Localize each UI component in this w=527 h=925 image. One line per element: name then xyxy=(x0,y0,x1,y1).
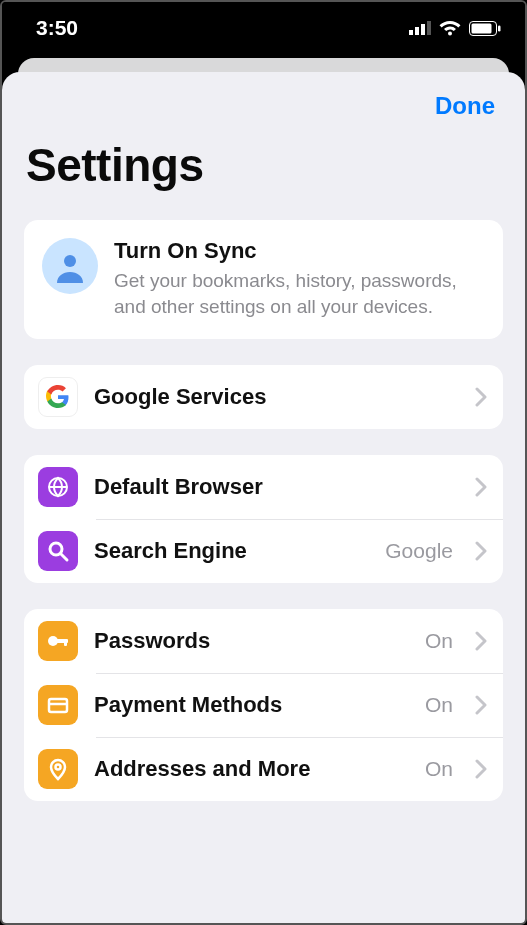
chevron-right-icon xyxy=(475,541,487,561)
card-icon xyxy=(38,685,78,725)
addresses-row[interactable]: Addresses and More On xyxy=(24,737,503,801)
status-bar: 3:50 xyxy=(2,2,525,54)
svg-point-7 xyxy=(64,255,76,267)
payment-methods-value: On xyxy=(425,693,453,717)
addresses-label: Addresses and More xyxy=(94,756,409,782)
svg-point-16 xyxy=(56,765,61,770)
status-indicators xyxy=(409,20,501,36)
page-title: Settings xyxy=(26,138,501,192)
sync-group: Turn On Sync Get your bookmarks, history… xyxy=(24,220,503,339)
svg-rect-0 xyxy=(409,30,413,35)
search-icon xyxy=(38,531,78,571)
svg-rect-3 xyxy=(427,21,431,35)
passwords-label: Passwords xyxy=(94,628,409,654)
autofill-group: Passwords On Payment Methods On Addresse… xyxy=(24,609,503,801)
passwords-row[interactable]: Passwords On xyxy=(24,609,503,673)
svg-rect-13 xyxy=(64,639,67,646)
key-icon xyxy=(38,621,78,661)
default-browser-label: Default Browser xyxy=(94,474,459,500)
search-engine-row[interactable]: Search Engine Google xyxy=(24,519,503,583)
chevron-right-icon xyxy=(475,387,487,407)
google-services-label: Google Services xyxy=(94,384,459,410)
google-icon xyxy=(38,377,78,417)
chevron-right-icon xyxy=(475,631,487,651)
globe-icon xyxy=(38,467,78,507)
settings-sheet: Done Settings Turn On Sync Get your book… xyxy=(2,72,525,923)
svg-line-10 xyxy=(61,554,67,560)
svg-rect-1 xyxy=(415,27,419,35)
chevron-right-icon xyxy=(475,759,487,779)
default-browser-row[interactable]: Default Browser xyxy=(24,455,503,519)
google-services-row[interactable]: Google Services xyxy=(24,365,503,429)
battery-icon xyxy=(469,21,501,36)
done-button[interactable]: Done xyxy=(435,92,495,120)
sync-title: Turn On Sync xyxy=(114,238,485,264)
google-group: Google Services xyxy=(24,365,503,429)
browser-group: Default Browser Search Engine Google xyxy=(24,455,503,583)
chevron-right-icon xyxy=(475,695,487,715)
search-engine-value: Google xyxy=(385,539,453,563)
turn-on-sync-row[interactable]: Turn On Sync Get your bookmarks, history… xyxy=(24,220,503,339)
wifi-icon xyxy=(439,20,461,36)
svg-rect-6 xyxy=(498,25,501,31)
payment-methods-row[interactable]: Payment Methods On xyxy=(24,673,503,737)
svg-rect-5 xyxy=(472,23,492,33)
cellular-icon xyxy=(409,21,431,35)
svg-rect-14 xyxy=(49,699,67,712)
search-engine-label: Search Engine xyxy=(94,538,369,564)
passwords-value: On xyxy=(425,629,453,653)
nav-bar: Done xyxy=(24,72,503,120)
avatar-icon xyxy=(42,238,98,294)
location-icon xyxy=(38,749,78,789)
addresses-value: On xyxy=(425,757,453,781)
chevron-right-icon xyxy=(475,477,487,497)
svg-rect-2 xyxy=(421,24,425,35)
status-time: 3:50 xyxy=(36,16,78,40)
payment-methods-label: Payment Methods xyxy=(94,692,409,718)
sync-subtitle: Get your bookmarks, history, passwords, … xyxy=(114,268,485,319)
